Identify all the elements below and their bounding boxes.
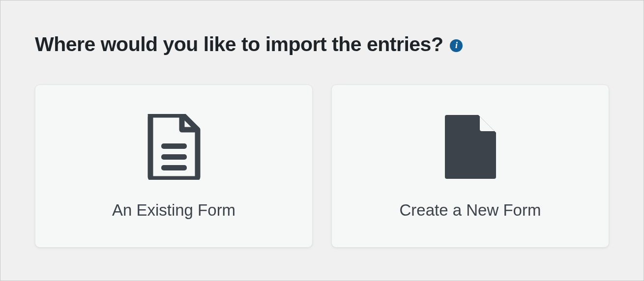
heading-row: Where would you like to import the entri… xyxy=(35,33,609,56)
new-form-card[interactable]: Create a New Form xyxy=(331,84,609,248)
page-title: Where would you like to import the entri… xyxy=(35,33,443,56)
existing-form-card[interactable]: An Existing Form xyxy=(35,84,313,248)
info-icon[interactable]: i xyxy=(450,39,463,52)
svg-rect-0 xyxy=(161,143,187,149)
new-form-label: Create a New Form xyxy=(400,201,541,220)
svg-rect-2 xyxy=(161,165,187,170)
document-lines-icon xyxy=(147,112,201,181)
document-blank-icon xyxy=(445,112,496,181)
existing-form-label: An Existing Form xyxy=(112,201,235,220)
import-destination-panel: Where would you like to import the entri… xyxy=(0,0,644,267)
option-cards: An Existing Form Create a New Form xyxy=(35,84,609,248)
svg-rect-1 xyxy=(161,154,187,160)
